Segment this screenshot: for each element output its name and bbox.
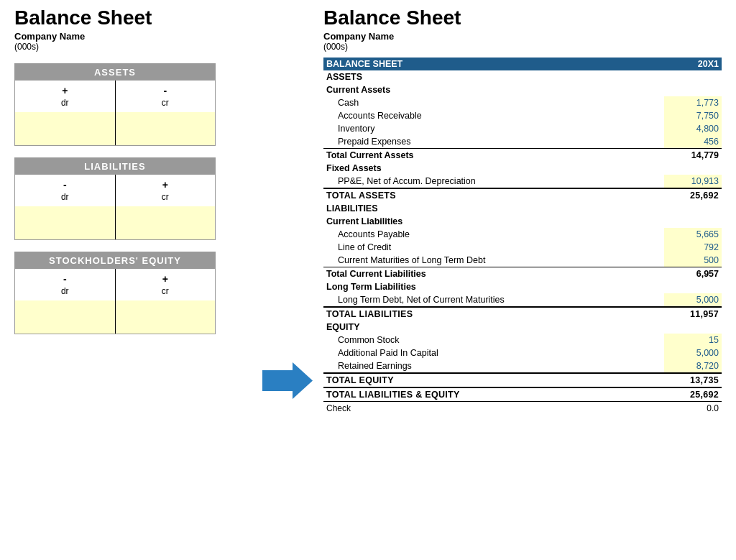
total-main-label-18: TOTAL LIABILITIES: [323, 307, 664, 321]
bs-header-row: BALANCE SHEET 20X1: [323, 58, 722, 70]
t-account-2: STOCKHOLDERS' EQUITY - dr + cr: [14, 252, 216, 334]
bs-row-4: Inventory 4,800: [323, 122, 722, 135]
detail-label-8: PP&E, Net of Accum. Depreciation: [323, 175, 664, 188]
detail-label-14: Current Maturities of Long Term Debt: [323, 254, 664, 267]
t-account-left-sign-1: -: [63, 179, 67, 191]
arrow-container: [259, 7, 316, 553]
total-main-label-23: TOTAL EQUITY: [323, 373, 664, 387]
subsection-label-1: Current Assets: [323, 83, 722, 96]
t-account-right-label-0: cr: [162, 98, 169, 108]
bs-row-7: Fixed Assets: [323, 162, 722, 175]
bs-row-9: TOTAL ASSETS 25,692: [323, 188, 722, 202]
t-account-body-2: - dr + cr: [15, 269, 215, 334]
detail-label-20: Common Stock: [323, 334, 664, 346]
t-account-header-1: LIABILITIES: [15, 158, 215, 175]
detail-value-22: 8,720: [664, 359, 722, 373]
detail-label-17: Long Term Debt, Net of Current Maturitie…: [323, 293, 664, 307]
t-accounts-container: ASSETS + dr - cr LIABILITIES - dr: [14, 63, 244, 334]
bs-row-1: Current Assets: [323, 83, 722, 96]
t-account-left-sign-0: +: [62, 85, 68, 96]
bs-row-24: TOTAL LIABILITIES & EQUITY 25,692: [323, 387, 722, 402]
t-account-left-sign-2: -: [63, 273, 67, 285]
detail-value-3: 7,750: [664, 109, 722, 122]
detail-label-12: Accounts Payable: [323, 228, 664, 241]
bs-row-21: Additional Paid In Capital 5,000: [323, 346, 722, 359]
bs-row-13: Line of Credit 792: [323, 241, 722, 254]
t-account-0: ASSETS + dr - cr: [14, 63, 216, 146]
t-account-right-2: + cr: [116, 269, 216, 334]
detail-value-2: 1,773: [664, 96, 722, 109]
section-label-0: ASSETS: [323, 70, 722, 83]
total-main-label-9: TOTAL ASSETS: [323, 188, 664, 202]
detail-value-12: 5,665: [664, 228, 722, 241]
t-account-right-0: - cr: [116, 81, 216, 145]
right-arrow-icon: [262, 361, 313, 400]
t-account-right-label-2: cr: [162, 286, 169, 296]
detail-value-13: 792: [664, 241, 722, 254]
total-main-value-18: 11,957: [664, 307, 722, 321]
right-title: Balance Sheet: [323, 7, 722, 29]
t-account-right-sign-2: +: [162, 273, 168, 285]
t-account-left-label-2: dr: [61, 286, 69, 296]
detail-value-17: 5,000: [664, 293, 722, 307]
t-account-right-yellow-2: [116, 300, 216, 334]
t-account-right-1: + cr: [116, 175, 216, 239]
t-account-left-label-0: dr: [61, 98, 69, 108]
subsection-label-11: Current Liabilities: [323, 215, 722, 228]
detail-value-14: 500: [664, 254, 722, 267]
bs-row-10: LIABILITIES: [323, 202, 722, 215]
bs-row-6: Total Current Assets 14,779: [323, 148, 722, 162]
t-account-body-1: - dr + cr: [15, 175, 215, 239]
t-account-left-yellow-2: [15, 300, 115, 334]
detail-value-5: 456: [664, 135, 722, 149]
bs-row-8: PP&E, Net of Accum. Depreciation 10,913: [323, 175, 722, 188]
total-value-15: 6,957: [664, 267, 722, 280]
bs-row-19: EQUITY: [323, 321, 722, 334]
detail-label-5: Prepaid Expenses: [323, 135, 664, 149]
right-panel: Balance Sheet Company Name (000s) BALANC…: [316, 7, 722, 553]
bs-row-22: Retained Earnings 8,720: [323, 359, 722, 373]
total-main-value-9: 25,692: [664, 188, 722, 202]
bs-row-5: Prepaid Expenses 456: [323, 135, 722, 149]
detail-label-2: Cash: [323, 96, 664, 109]
t-account-left-yellow-0: [15, 112, 115, 145]
total-main-value-23: 13,735: [664, 373, 722, 387]
detail-label-13: Line of Credit: [323, 241, 664, 254]
bs-row-16: Long Term Liabilities: [323, 280, 722, 293]
t-account-header-2: STOCKHOLDERS' EQUITY: [15, 252, 215, 269]
bs-row-14: Current Maturities of Long Term Debt 500: [323, 254, 722, 267]
balance-sheet-table: BALANCE SHEET 20X1 ASSETSCurrent Assets …: [323, 58, 722, 415]
total-label-15: Total Current Liabilities: [323, 267, 664, 280]
total-label-6: Total Current Assets: [323, 148, 664, 162]
bs-header-year: 20X1: [664, 58, 722, 70]
section-label-10: LIABILITIES: [323, 202, 722, 215]
t-account-right-yellow-0: [116, 112, 216, 145]
bs-header-label: BALANCE SHEET: [323, 58, 664, 70]
bs-row-15: Total Current Liabilities 6,957: [323, 267, 722, 280]
t-account-right-label-1: cr: [162, 192, 169, 202]
left-title: Balance Sheet: [14, 7, 244, 29]
bs-row-25: Check 0.0: [323, 401, 722, 415]
total-value-6: 14,779: [664, 148, 722, 162]
bs-row-12: Accounts Payable 5,665: [323, 228, 722, 241]
check-value-25: 0.0: [664, 401, 722, 415]
left-thousands: (000s): [14, 42, 244, 52]
bs-row-23: TOTAL EQUITY 13,735: [323, 373, 722, 387]
right-thousands: (000s): [323, 42, 722, 52]
t-account-left-0: + dr: [15, 81, 116, 145]
bs-row-17: Long Term Debt, Net of Current Maturitie…: [323, 293, 722, 307]
total-main-label-24: TOTAL LIABILITIES & EQUITY: [323, 387, 664, 402]
bs-row-18: TOTAL LIABILITIES 11,957: [323, 307, 722, 321]
total-main-value-24: 25,692: [664, 387, 722, 402]
bs-row-3: Accounts Receivable 7,750: [323, 109, 722, 122]
subsection-label-7: Fixed Assets: [323, 162, 722, 175]
svg-marker-0: [262, 362, 313, 399]
left-panel: Balance Sheet Company Name (000s) ASSETS…: [14, 7, 259, 553]
t-account-right-sign-1: +: [162, 179, 168, 191]
detail-value-21: 5,000: [664, 346, 722, 359]
detail-label-22: Retained Earnings: [323, 359, 664, 373]
t-account-left-yellow-1: [15, 206, 115, 239]
bs-row-20: Common Stock 15: [323, 334, 722, 346]
right-company: Company Name: [323, 31, 722, 42]
bs-row-2: Cash 1,773: [323, 96, 722, 109]
